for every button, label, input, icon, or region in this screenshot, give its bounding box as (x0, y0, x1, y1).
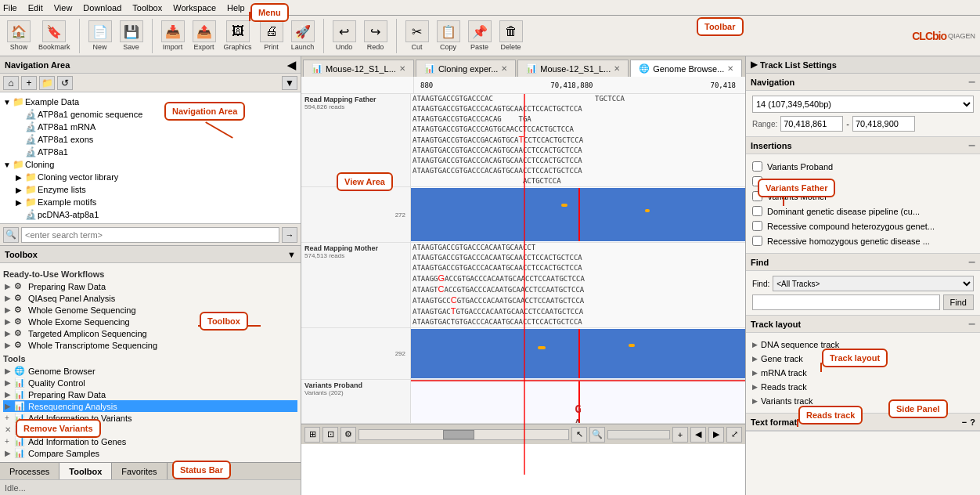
toolbox-item-whole-genome[interactable]: ▶⚙Whole Genome Sequencing (3, 304, 297, 316)
find-section-header[interactable]: Find − (746, 254, 980, 271)
nav-home-btn[interactable]: ⌂ (3, 76, 19, 90)
tree-item-atp8a1[interactable]: 🔬 ATP8a1 (3, 146, 297, 158)
nav-chromosome-select[interactable]: 14 (107,349,540bp) (752, 96, 974, 113)
track-layout-reads[interactable]: ▶ Reads track (752, 380, 974, 394)
tab-toolbox[interactable]: Toolbox (59, 463, 112, 480)
tree-item-cloning-vector[interactable]: ▶ 📁 Cloning vector library (3, 171, 297, 183)
tab-close-3[interactable]: ✕ (614, 64, 620, 73)
track-layout-section-header[interactable]: Track layout − (746, 316, 980, 333)
zoom-slider[interactable] (607, 430, 670, 439)
tab-cloning[interactable]: 📊 Cloning exper... ✕ (416, 60, 516, 77)
tab-mouse-s1-2[interactable]: 📊 Mouse-12_S1_L... ✕ (517, 60, 629, 77)
toolbox-item-add-info-variants[interactable]: +📊Add Information to Variants (3, 412, 297, 424)
tab-processes[interactable]: Processes (0, 463, 59, 480)
toolbox-item-preparing-raw-2[interactable]: ▶📊Preparing Raw Data (3, 388, 297, 400)
tree-item-example-motifs[interactable]: ▶ 📁 Example motifs (3, 196, 297, 208)
export-button[interactable]: 📤 Export (193, 20, 216, 51)
menu-toolbox[interactable]: Toolbox (132, 3, 162, 13)
search-icon[interactable]: 🔍 (3, 227, 19, 243)
text-format-shrink[interactable]: − (962, 417, 967, 427)
track-layout-dna[interactable]: ▶ DNA sequence track (752, 338, 974, 352)
text-format-section-header[interactable]: Text format − ? (746, 414, 980, 431)
view-btn-expand[interactable]: ⊞ (304, 427, 320, 443)
horizontal-scrollbar[interactable] (358, 429, 569, 440)
toolbox-item-resequencing[interactable]: ▶📊Resequencing Analysis (3, 400, 297, 412)
undo-button[interactable]: ↩ Undo (333, 20, 356, 51)
range-end-input[interactable] (852, 116, 915, 132)
menu-download[interactable]: Download (83, 3, 121, 13)
tab-genome-browse[interactable]: 🌐 Genome Browse... ✕ (630, 60, 742, 77)
menu-file[interactable]: File (3, 3, 17, 13)
print-button[interactable]: 🖨 Print (260, 20, 283, 51)
view-btn-settings[interactable]: ⚙ (340, 427, 356, 443)
toolbox-item-quality-control[interactable]: ▶📊Quality Control (3, 377, 297, 388)
prev-btn[interactable]: ◀ (690, 427, 706, 443)
tree-item-example-data[interactable]: ▼ 📁 Example Data (3, 96, 297, 108)
toolbox-item-targeted[interactable]: ▶⚙Targeted Amplicon Sequencing (3, 327, 297, 339)
menu-edit[interactable]: Edit (28, 3, 43, 13)
paste-button[interactable]: 📌 Paste (468, 20, 492, 51)
track-layout-gene[interactable]: ▶ Gene track (752, 352, 974, 366)
cursor-btn[interactable]: ↖ (571, 427, 587, 443)
zoom-in-btn[interactable]: + (672, 427, 688, 443)
range-start-input[interactable] (780, 116, 843, 132)
menu-help[interactable]: Help (227, 3, 245, 13)
tab-close-2[interactable]: ✕ (501, 64, 507, 73)
nav-section-min[interactable]: − (968, 75, 975, 89)
zoom-out-btn[interactable]: 🔍 (589, 427, 605, 443)
search-input[interactable] (21, 227, 279, 243)
toolbox-item-add-info-genes[interactable]: +📊Add Information to Genes (3, 435, 297, 447)
new-button[interactable]: 📄 New (88, 20, 112, 51)
insertions-section-min[interactable]: − (968, 139, 975, 153)
cut-button[interactable]: ✂ Cut (405, 20, 429, 51)
search-submit-btn[interactable]: → (282, 227, 297, 243)
view-btn-zoom-fit[interactable]: ⊡ (322, 427, 338, 443)
toolbox-item-preparing-raw[interactable]: ▶⚙Preparing Raw Data (3, 280, 297, 292)
tree-item-pcdna3[interactable]: 🔬 pcDNA3-atp8a1 (3, 208, 297, 221)
menu-view[interactable]: View (54, 3, 73, 13)
nav-collapse-btn[interactable]: ◀ (287, 59, 296, 71)
delete-button[interactable]: 🗑 Delete (499, 20, 523, 51)
insertions-section-header[interactable]: Insertions − (746, 137, 980, 154)
launch-button[interactable]: 🚀 Launch (291, 20, 315, 51)
navigation-section-header[interactable]: Navigation − (746, 74, 980, 91)
tree-item-atp8a1-exons[interactable]: 🔬 ATP8a1 exons (3, 133, 297, 146)
find-input[interactable] (752, 294, 940, 310)
tree-item-atp8a1-mrna[interactable]: 🔬 ATP8a1 mRNA (3, 121, 297, 133)
copy-button[interactable]: 📋 Copy (437, 20, 460, 51)
toolbox-item-compare-samples[interactable]: ▶📊Compare Samples (3, 447, 297, 459)
tree-item-atp8a1-genomic[interactable]: 🔬 ATP8a1 genomic sequence (3, 108, 297, 121)
find-button[interactable]: Find (943, 294, 974, 310)
find-section-min[interactable]: − (968, 255, 975, 269)
text-format-help[interactable]: ? (970, 417, 975, 427)
tab-favorites[interactable]: Favorites (112, 463, 167, 480)
import-button[interactable]: 📥 Import (161, 20, 185, 51)
toolbox-item-genome-browser[interactable]: ▶🌐Genome Browser (3, 365, 297, 377)
track-layout-min[interactable]: − (968, 317, 975, 331)
track-layout-variants[interactable]: ▶ Variants track (752, 394, 974, 408)
tree-item-cloning[interactable]: ▼ 📁 Cloning (3, 158, 297, 171)
track-layout-mrna[interactable]: ▶ mRNA track (752, 366, 974, 380)
toolbox-item-whole-exome[interactable]: ▶⚙Whole Exome Sequencing (3, 316, 297, 327)
nav-refresh-btn[interactable]: ↺ (57, 76, 73, 90)
tab-close-1[interactable]: ✕ (399, 64, 405, 73)
toolbox-filter-btn[interactable]: ▼ (287, 250, 296, 259)
menu-workspace[interactable]: Workspace (173, 3, 216, 13)
tab-mouse-s1-1[interactable]: 📊 Mouse-12_S1_L... ✕ (303, 60, 414, 77)
expand-all-btn[interactable]: ⤢ (726, 427, 742, 443)
show-button[interactable]: 🏠 Show (7, 20, 31, 51)
save-button[interactable]: 💾 Save (120, 20, 143, 51)
nav-filter-btn[interactable]: ▼ (282, 76, 297, 90)
find-tracks-select[interactable]: <All Tracks> (773, 276, 974, 291)
graphics-button[interactable]: 🖼 Graphics (224, 20, 252, 51)
next-btn[interactable]: ▶ (708, 427, 724, 443)
redo-button[interactable]: ↪ Redo (364, 20, 387, 51)
toolbox-item-qiaseq[interactable]: ▶⚙QIAseq Panel Analysis (3, 292, 297, 304)
nav-add-btn[interactable]: + (21, 76, 37, 90)
bookmark-button[interactable]: 🔖 Bookmark (38, 20, 70, 51)
toolbox-item-whole-transcriptome[interactable]: ▶⚙Whole Transcriptome Sequencing (3, 339, 297, 351)
toolbox-item-remove-variants[interactable]: ✕📊Remove Variants (3, 424, 297, 435)
tab-close-4[interactable]: ✕ (727, 64, 733, 73)
tree-item-enzyme-lists[interactable]: ▶ 📁 Enzyme lists (3, 183, 297, 196)
nav-folder-btn[interactable]: 📁 (39, 76, 55, 90)
